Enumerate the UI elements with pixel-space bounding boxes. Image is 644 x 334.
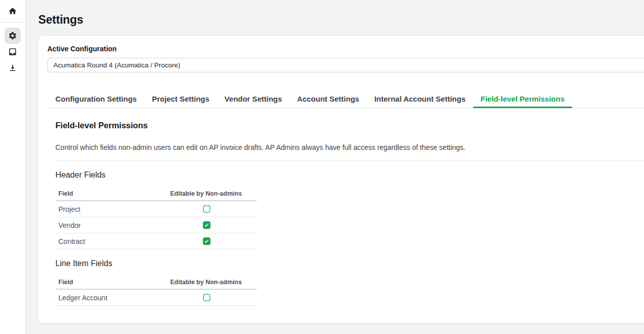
table-body: Project Vendor Contract [55,201,257,249]
table-row: Contract [55,233,257,249]
field-label: Vendor [55,221,170,229]
field-level-permissions-panel: Field-level Permissions Control which fi… [47,121,644,306]
table-row: Project [55,201,257,217]
checkbox-cell [170,221,257,229]
check-icon [204,222,209,228]
table-header-row: Field Editable by Non-admins [55,189,257,201]
tab-internal-account-settings[interactable]: Internal Account Settings [367,91,473,108]
gear-icon [8,31,17,40]
editable-checkbox-contract[interactable] [203,237,210,245]
column-header-field: Field [55,190,170,197]
sidebar-top [0,0,25,23]
checkbox-cell [170,237,257,245]
main-content: Settings Active Configuration Acumatica … [26,0,644,334]
permissions-table: Field Editable by Non-admins Ledger Acco… [55,277,257,306]
field-section: Header Fields Field Editable by Non-admi… [55,171,644,249]
column-header-editable: Editable by Non-admins [170,190,257,197]
column-header-field: Field [55,279,170,286]
tab-vendor-settings[interactable]: Vendor Settings [217,91,290,108]
download-icon [8,63,17,72]
page-header: Settings [26,0,644,35]
tab-list: Configuration SettingsProject SettingsVe… [47,91,644,108]
inbox-icon [8,47,17,56]
table-header-row: Field Editable by Non-admins [55,277,257,290]
field-section: Line Item Fields Field Editable by Non-a… [55,259,644,306]
editable-checkbox-ledger-account[interactable] [203,294,210,301]
section-title: Header Fields [55,171,644,180]
section-title: Line Item Fields [55,259,644,268]
check-icon [204,238,209,244]
sidebar [0,0,26,334]
table-row: Ledger Account [55,290,257,306]
tab-configuration-settings[interactable]: Configuration Settings [48,91,145,108]
checkbox-cell [170,205,257,213]
page-title: Settings [38,13,644,27]
permissions-table: Field Editable by Non-admins Project Ven… [55,189,257,249]
active-configuration-label: Active Configuration [47,45,644,53]
sections-container: Header Fields Field Editable by Non-admi… [55,171,644,306]
field-label: Contract [55,237,170,245]
table-body: Ledger Account [55,290,257,306]
divider [55,160,644,161]
table-row: Vendor [55,217,257,233]
sidebar-item-home[interactable] [5,3,21,19]
home-icon [8,7,17,16]
checkbox-cell [170,294,257,301]
field-label: Ledger Account [55,294,170,302]
panel-description: Control which fields non-admin users can… [55,143,644,151]
field-label: Project [55,205,170,213]
tab-account-settings[interactable]: Account Settings [290,91,367,108]
column-header-editable: Editable by Non-admins [170,279,257,286]
editable-checkbox-project[interactable] [203,205,210,213]
sidebar-item-inbox[interactable] [5,44,21,60]
sidebar-item-download[interactable] [5,60,21,76]
panel-title: Field-level Permissions [55,121,644,130]
tab-field-level-permissions[interactable]: Field-level Permissions [473,91,573,108]
sidebar-item-settings[interactable] [5,28,21,44]
settings-card: Active Configuration Acumatica Round 4 (… [38,35,644,323]
tab-project-settings[interactable]: Project Settings [145,91,217,108]
editable-checkbox-vendor[interactable] [203,221,210,229]
active-configuration-select[interactable]: Acumatica Round 4 (Acumatica / Procore) [47,58,644,72]
